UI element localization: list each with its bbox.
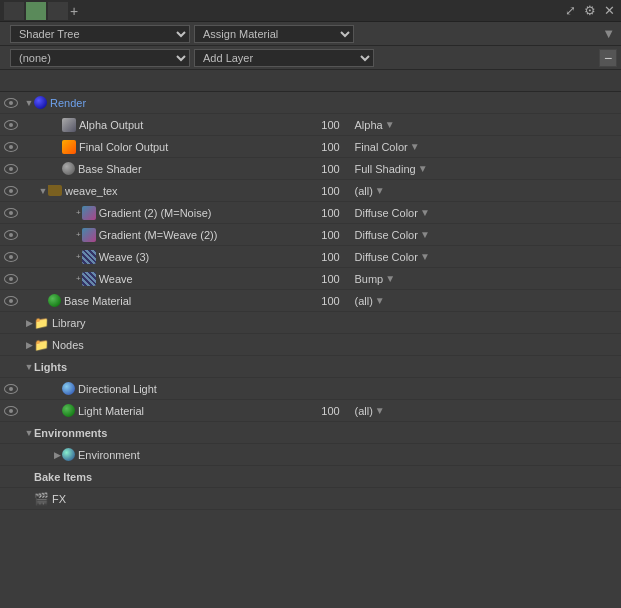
vis-cell[interactable]: [0, 384, 22, 394]
vis-cell[interactable]: [0, 164, 22, 174]
effect-dropdown-arrow[interactable]: ▼: [375, 185, 385, 196]
tree-row[interactable]: Light Material100(all) ▼: [0, 400, 621, 422]
pct-cell: 100: [313, 229, 349, 241]
close-icon[interactable]: ✕: [602, 3, 617, 18]
tree-row[interactable]: +Gradient (M=Weave (2))100Diffuse Color …: [0, 224, 621, 246]
effect-cell: (all) ▼: [349, 185, 622, 197]
vis-cell[interactable]: [0, 274, 22, 284]
expand-arrow[interactable]: ▼: [24, 362, 34, 372]
tree-row[interactable]: ▼Lights: [0, 356, 621, 378]
eye-icon[interactable]: [4, 98, 18, 108]
eye-icon[interactable]: [4, 274, 18, 284]
tree-row[interactable]: Bake Items: [0, 466, 621, 488]
vis-cell[interactable]: [0, 142, 22, 152]
effect-dropdown-arrow[interactable]: ▼: [420, 229, 430, 240]
expand-arrow[interactable]: ▼: [38, 186, 48, 196]
tree-row[interactable]: 🎬FX: [0, 488, 621, 510]
name-cell: ▶📁Nodes: [22, 338, 291, 352]
eye-icon[interactable]: [4, 252, 18, 262]
effect-dropdown-arrow[interactable]: ▼: [385, 273, 395, 284]
eye-icon[interactable]: [4, 142, 18, 152]
tab-scenes[interactable]: [4, 2, 24, 20]
eye-icon[interactable]: [4, 120, 18, 130]
sphere-green-icon: [62, 404, 75, 417]
plus-badge: +: [76, 208, 81, 217]
effect-cell: Diffuse Color ▼: [349, 229, 622, 241]
tree-row[interactable]: +Gradient (2) (M=Noise)100Diffuse Color …: [0, 202, 621, 224]
tree-row[interactable]: Final Color Output100Final Color ▼: [0, 136, 621, 158]
eye-icon[interactable]: [4, 384, 18, 394]
vis-cell[interactable]: [0, 208, 22, 218]
eye-icon[interactable]: [4, 296, 18, 306]
maximize-icon[interactable]: ⤢: [563, 3, 578, 18]
effect-dropdown-arrow[interactable]: ▼: [420, 207, 430, 218]
tree-row[interactable]: ▼Render: [0, 92, 621, 114]
effect-cell: Diffuse Color ▼: [349, 251, 622, 263]
row-name-text: Environments: [34, 427, 107, 439]
tab-shading[interactable]: [26, 2, 46, 20]
effect-dropdown-arrow[interactable]: ▼: [410, 141, 420, 152]
tree-row[interactable]: Directional Light: [0, 378, 621, 400]
plus-badge: +: [76, 274, 81, 283]
eye-icon[interactable]: [4, 406, 18, 416]
add-layer-select[interactable]: Add Layer: [194, 49, 374, 67]
effect-dropdown-arrow[interactable]: ▼: [375, 405, 385, 416]
tree-row[interactable]: ▼weave_tex100(all) ▼: [0, 180, 621, 202]
view-select[interactable]: Shader Tree: [10, 25, 190, 43]
vis-cell[interactable]: [0, 230, 22, 240]
assign-material-select[interactable]: Assign Material: [194, 25, 354, 43]
eye-icon[interactable]: [4, 164, 18, 174]
effect-dropdown-arrow[interactable]: ▼: [418, 163, 428, 174]
effect-dropdown-arrow[interactable]: ▼: [420, 251, 430, 262]
vis-cell[interactable]: [0, 252, 22, 262]
tree-row[interactable]: ▼Environments: [0, 422, 621, 444]
expand-arrow[interactable]: ▶: [52, 450, 62, 460]
tree-row[interactable]: ▶📁Nodes: [0, 334, 621, 356]
name-cell: ▼Render: [22, 96, 291, 109]
vis-cell[interactable]: [0, 186, 22, 196]
tree-row[interactable]: Base Shader100Full Shading ▼: [0, 158, 621, 180]
tree-row[interactable]: ▶Environment: [0, 444, 621, 466]
filter-select[interactable]: (none): [10, 49, 190, 67]
filter-icon-btn[interactable]: ▼: [600, 26, 617, 41]
row-name-text: Environment: [78, 449, 140, 461]
row-name-text: Lights: [34, 361, 67, 373]
name-cell: ▶Environment: [22, 448, 291, 461]
tab-bar: + ⤢ ⚙ ✕: [0, 0, 621, 22]
tree-row[interactable]: +Weave100Bump ▼: [0, 268, 621, 290]
tree-row[interactable]: Base Material100(all) ▼: [0, 290, 621, 312]
pct-cell: 100: [313, 295, 349, 307]
effect-dropdown-arrow[interactable]: ▼: [375, 295, 385, 306]
sphere-blue-icon: [34, 96, 47, 109]
tree-row[interactable]: Alpha Output100Alpha ▼: [0, 114, 621, 136]
tab-add-button[interactable]: +: [70, 4, 78, 18]
expand-arrow[interactable]: ▼: [24, 98, 34, 108]
tab-groups[interactable]: [48, 2, 68, 20]
name-cell: +Gradient (2) (M=Noise): [22, 206, 291, 220]
eye-icon[interactable]: [4, 230, 18, 240]
vis-cell[interactable]: [0, 98, 22, 108]
row-name-text: Base Shader: [78, 163, 142, 175]
pct-cell: 100: [313, 185, 349, 197]
tree-row[interactable]: +Weave (3)100Diffuse Color ▼: [0, 246, 621, 268]
name-cell: ▼weave_tex: [22, 185, 291, 197]
name-cell: ▶📁Library: [22, 316, 291, 330]
eye-icon[interactable]: [4, 186, 18, 196]
vis-cell[interactable]: [0, 296, 22, 306]
column-headers: [0, 70, 621, 92]
vis-cell[interactable]: [0, 406, 22, 416]
tree-row[interactable]: ▶📁Library: [0, 312, 621, 334]
icon-lib-icon: 📁: [34, 316, 49, 330]
expand-arrow[interactable]: ▶: [24, 318, 34, 328]
effect-cell: (all) ▼: [349, 295, 622, 307]
eye-icon[interactable]: [4, 208, 18, 218]
effect-cell: Bump ▼: [349, 273, 622, 285]
effect-dropdown-arrow[interactable]: ▼: [385, 119, 395, 130]
expand-arrow[interactable]: ▶: [24, 340, 34, 350]
vis-cell[interactable]: [0, 120, 22, 130]
minus-button[interactable]: −: [599, 49, 617, 67]
settings-icon[interactable]: ⚙: [582, 3, 598, 18]
expand-arrow[interactable]: ▼: [24, 428, 34, 438]
name-cell: Base Shader: [22, 162, 291, 175]
name-cell: +Weave: [22, 272, 291, 286]
